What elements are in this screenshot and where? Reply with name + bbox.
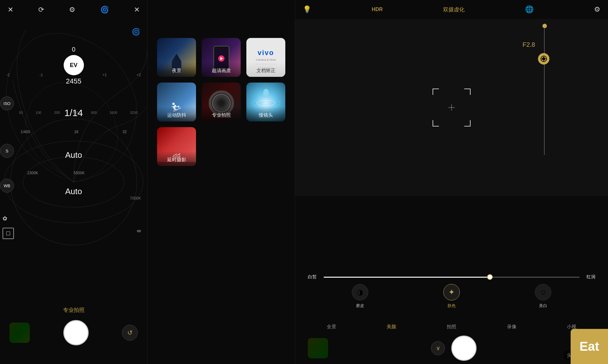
panel-pro: ✕ ⟳ ⚙ 🌀 ✕ 🌀 0 EV 2455 -2 -1 +1 +2 ISO 50… (0, 0, 148, 364)
modes-grid: 夜景 超清画质 vivo Camera & (157, 38, 285, 166)
iso-label: ISO (3, 101, 10, 106)
dual-top-bar: 💡 HDR 双摄虚化 🌐 ⚙ (295, 0, 608, 19)
wb-label: WB (4, 183, 10, 188)
aperture-label: F2.8 (522, 41, 535, 48)
focus-corner-tr (464, 89, 471, 95)
ev-value: 0 (64, 46, 84, 53)
pro-shutter-button[interactable] (63, 320, 89, 345)
fushe-label: 肤色 (447, 303, 456, 309)
focus-macro-icon[interactable]: ✿ (3, 215, 7, 222)
mode-card-night[interactable]: 夜景 (157, 38, 196, 77)
dual-mode-label: 双摄虚化 (443, 6, 465, 13)
mode-label-pro: 专业拍照 (202, 107, 241, 121)
svg-point-2 (0, 96, 147, 268)
tab-quanjing[interactable]: 全景 (323, 321, 340, 332)
svg-point-4 (542, 57, 545, 60)
pro-thumbnail[interactable] (10, 323, 30, 343)
beauty-slider-left-label: 白皙 (308, 274, 320, 280)
beauty-slider-track[interactable] (324, 277, 580, 278)
ev-minus1: -1 (40, 73, 43, 77)
mode-label-time: 延时摄影 (157, 151, 196, 166)
ev-scale: -2 -1 +1 +2 (0, 73, 147, 77)
mode-card-doc[interactable]: vivo Camera & More 文档矫正 (246, 38, 285, 77)
dual-shutter-button[interactable] (451, 336, 477, 361)
beauty-slider-thumb[interactable] (487, 274, 493, 280)
auto-wb-value: Auto (65, 187, 82, 196)
shutter-section: 1/14 (64, 108, 83, 118)
mode-card-pro[interactable]: 专业拍照 (202, 83, 241, 121)
eat-label: Eat (580, 339, 599, 354)
focus-corner-br (464, 120, 471, 126)
panel-dual: 💡 HDR 双摄虚化 🌐 ⚙ F2.8 (295, 0, 608, 364)
auto-s-value: Auto (65, 150, 82, 160)
tab-paizhao[interactable]: 拍照 (443, 321, 460, 332)
dual-shutter-wrap: ∨ (431, 336, 477, 361)
focus-crosshair-v (452, 104, 452, 111)
ev-label: EV (70, 62, 77, 69)
pro-bottom-bar: 专业拍照 ↺ (0, 301, 147, 364)
pro-mode-label: 专业拍照 (63, 306, 85, 314)
globe-icon[interactable]: 🌐 (525, 5, 534, 14)
aperture-slider-track (544, 28, 545, 155)
mopi-label: 磨皮 (356, 303, 364, 309)
dual-bottom-bar: ∨ ⟲ (295, 332, 608, 364)
mode-card-sports[interactable]: ⛷ 运动防抖 (157, 83, 196, 121)
gear-icon[interactable]: ⚙ (594, 5, 600, 14)
ev-button[interactable]: EV (64, 55, 84, 75)
s-label: S (6, 149, 9, 153)
spiral-icon[interactable]: 🌀 (100, 6, 109, 14)
iso-button[interactable]: ISO (0, 96, 14, 110)
beauty-slider-right-label: 红润 (583, 274, 595, 280)
mode-label-doc: 文档矫正 (246, 62, 285, 77)
panel-modes: 夜景 超清画质 vivo Camera & (148, 0, 295, 364)
ev-plus1: +1 (103, 73, 107, 77)
timer-icon[interactable]: ⟳ (38, 6, 44, 14)
tab-luxiang[interactable]: 录像 (503, 321, 520, 332)
pro-top-bar: ✕ ⟳ ⚙ 🌀 ✕ (0, 6, 147, 14)
meibai-label: 美白 (539, 303, 547, 309)
close-icon[interactable]: ✕ (134, 6, 140, 14)
mode-tabs: 全景 美颜 拍照 录像 小视 (295, 321, 608, 332)
fushe-icon: ✦ (443, 284, 460, 300)
beauty-meibai[interactable]: ☺ 美白 (535, 284, 551, 309)
pro-controls-row: ↺ (0, 320, 147, 345)
aperture-icon[interactable] (538, 53, 549, 65)
dual-viewfinder (295, 19, 608, 196)
wb-button[interactable]: WB (0, 179, 14, 193)
flash-icon[interactable]: ✕ (8, 6, 13, 14)
beauty-mopi[interactable]: ◑ 磨皮 (352, 284, 368, 309)
wb-scale-top: 2300K 5500K (0, 171, 147, 175)
infinity-label: ∞ (137, 228, 141, 234)
aperture-slider-thumb[interactable] (542, 24, 547, 28)
beauty-fushe[interactable]: ✦ 肤色 (443, 284, 460, 309)
focus-frame (433, 89, 471, 126)
mode-label-sports: 运动防抖 (157, 107, 196, 121)
mode-card-slow[interactable]: 慢镜头 (246, 83, 285, 121)
wb-scale-bottom: 7000K (0, 196, 147, 201)
eat-badge: Eat (571, 329, 608, 364)
focus-corner-tl (433, 89, 439, 95)
ev-plus2: +2 (136, 73, 141, 77)
mode-label-night: 夜景 (157, 62, 196, 77)
mode-card-hq[interactable]: 超清画质 (202, 38, 241, 77)
meibai-icon: ☺ (535, 284, 551, 300)
settings-icon[interactable]: ⚙ (69, 6, 75, 14)
pro-reset-button[interactable]: ↺ (122, 325, 138, 341)
ev-minus2: -2 (6, 73, 10, 77)
spiral-small-icon[interactable]: 🌀 (132, 28, 140, 36)
mode-label-slow: 慢镜头 (246, 107, 285, 121)
beauty-slider-fill (324, 277, 490, 278)
beauty-icons-row: ◑ 磨皮 ✦ 肤色 ☺ 美白 (295, 281, 608, 312)
dual-thumbnail[interactable] (308, 338, 328, 358)
dual-expand-button[interactable]: ∨ (431, 341, 445, 355)
tab-meiyou[interactable]: 美颜 (383, 321, 400, 332)
bulb-icon[interactable]: 💡 (303, 5, 311, 14)
frame-button[interactable] (3, 228, 14, 239)
s-button[interactable]: S (0, 144, 14, 158)
focus-corner-bl (433, 120, 439, 126)
mode-label-hq: 超清画质 (202, 62, 241, 77)
reset-icon: ↺ (127, 329, 133, 336)
ev-section: 0 EV 2455 (64, 46, 84, 85)
hdr-label[interactable]: HDR (372, 7, 383, 12)
mode-card-time[interactable]: 🏎 延时摄影 (157, 127, 196, 166)
